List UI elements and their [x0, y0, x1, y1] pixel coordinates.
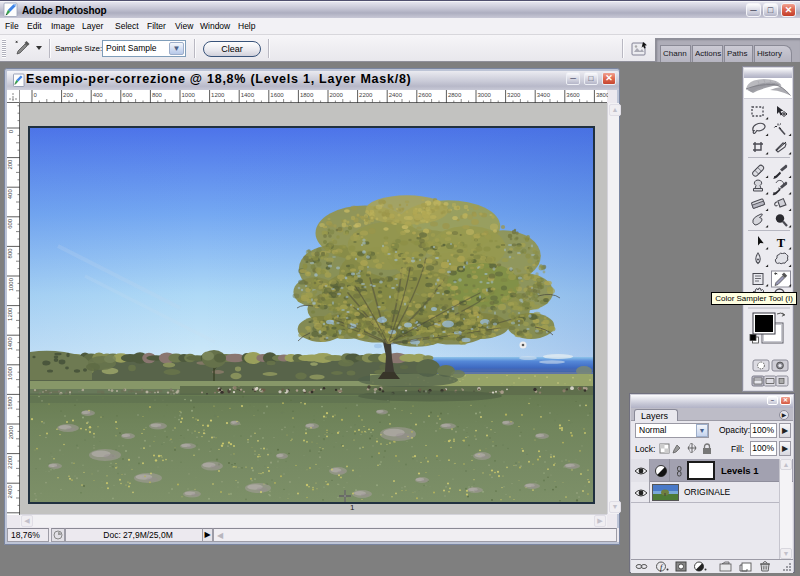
svg-text:2400: 2400 — [389, 92, 403, 98]
svg-text:1400: 1400 — [8, 337, 14, 351]
svg-text:2400: 2400 — [8, 485, 14, 499]
svg-text:1600: 1600 — [270, 92, 284, 98]
svg-text:1000: 1000 — [182, 92, 196, 98]
svg-text:200: 200 — [8, 159, 14, 170]
svg-text:2000: 2000 — [330, 92, 344, 98]
svg-text:2200: 2200 — [359, 92, 373, 98]
svg-text:3800: 3800 — [596, 92, 608, 98]
svg-text:200: 200 — [63, 92, 74, 98]
svg-text:3600: 3600 — [566, 92, 580, 98]
svg-text:800: 800 — [8, 248, 14, 259]
svg-text:800: 800 — [152, 92, 163, 98]
svg-text:1000: 1000 — [8, 277, 14, 291]
svg-text:600: 600 — [8, 218, 14, 229]
svg-text:1600: 1600 — [8, 366, 14, 380]
svg-text:1800: 1800 — [300, 92, 314, 98]
svg-text:3000: 3000 — [478, 92, 492, 98]
svg-text:1200: 1200 — [8, 307, 14, 321]
svg-text:0: 0 — [8, 129, 14, 133]
svg-text:T: T — [777, 236, 786, 250]
svg-text:2000: 2000 — [8, 425, 14, 439]
svg-text:400: 400 — [93, 92, 104, 98]
svg-text:1400: 1400 — [241, 92, 255, 98]
svg-text:400: 400 — [8, 189, 14, 200]
svg-text:0: 0 — [34, 92, 38, 98]
svg-text:3200: 3200 — [507, 92, 521, 98]
svg-text:3400: 3400 — [537, 92, 551, 98]
svg-text:2200: 2200 — [8, 455, 14, 469]
svg-text:600: 600 — [122, 92, 133, 98]
svg-text:1200: 1200 — [211, 92, 225, 98]
svg-text:2800: 2800 — [448, 92, 462, 98]
svg-text:2600: 2600 — [418, 92, 432, 98]
svg-text:1800: 1800 — [8, 396, 14, 410]
